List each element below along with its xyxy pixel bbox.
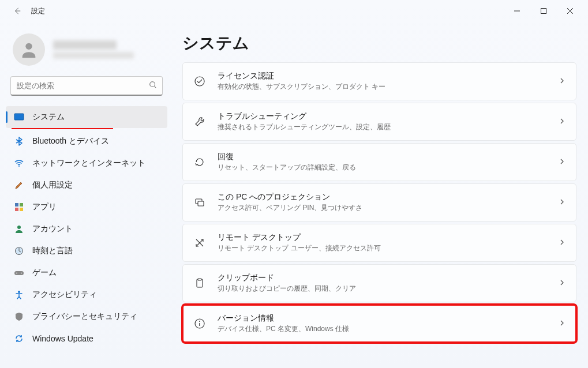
- nav-label: システム: [32, 112, 65, 122]
- brush-icon: [14, 180, 24, 190]
- wifi-icon: [14, 158, 24, 168]
- svg-rect-0: [541, 9, 546, 14]
- nav-item-gaming[interactable]: ゲーム: [6, 262, 167, 284]
- card-body: 回復 リセット、スタートアップの詳細設定、戻る: [218, 152, 547, 172]
- svg-rect-6: [15, 203, 18, 206]
- search-box: [10, 76, 163, 96]
- person-icon: [14, 224, 24, 234]
- nav-item-system[interactable]: システム: [6, 106, 167, 128]
- remote-icon: [193, 237, 206, 249]
- svg-point-13: [16, 273, 17, 274]
- nav-item-privacy[interactable]: プライバシーとセキュリティ: [6, 306, 167, 328]
- card-body: トラブルシューティング 推奨されるトラブルシューティングツール、設定、履歴: [218, 111, 547, 132]
- card-title: リモート デスクトップ: [218, 232, 547, 243]
- nav-item-time-language[interactable]: 時刻と言語: [6, 240, 167, 262]
- svg-point-2: [150, 82, 155, 87]
- titlebar-left: 設定: [5, 5, 45, 17]
- card-projecting[interactable]: この PC へのプロジェクション アクセス許可、ペアリング PIN、見つけやすさ: [182, 183, 576, 221]
- nav-item-accessibility[interactable]: アクセシビリティ: [6, 284, 167, 306]
- settings-window: 設定: [0, 0, 588, 368]
- nav-item-bluetooth[interactable]: Bluetooth とデバイス: [6, 130, 167, 152]
- card-recovery[interactable]: 回復 リセット、スタートアップの詳細設定、戻る: [182, 143, 576, 181]
- card-body: リモート デスクトップ リモート デスクトップ ユーザー、接続アクセス許可: [218, 232, 547, 253]
- back-button[interactable]: [12, 5, 23, 17]
- user-email: [53, 52, 134, 59]
- svg-point-1: [25, 43, 32, 50]
- nav-item-network[interactable]: ネットワークとインターネット: [6, 152, 167, 174]
- maximize-button[interactable]: [530, 2, 557, 20]
- card-subtitle: 有効化の状態、サブスクリプション、プロダクト キー: [218, 82, 547, 92]
- search-icon: [149, 81, 157, 91]
- nav-label: アクセシビリティ: [32, 290, 97, 300]
- window-controls: [504, 2, 583, 20]
- avatar: [13, 33, 45, 66]
- apps-icon: [14, 202, 24, 212]
- main: システム ライセンス認証 有効化の状態、サブスクリプション、プロダクト キー ト…: [173, 22, 588, 368]
- nav-item-apps[interactable]: アプリ: [6, 196, 167, 218]
- card-title: トラブルシューティング: [218, 111, 547, 122]
- check-circle-icon: [193, 76, 206, 87]
- chevron-right-icon: [559, 76, 565, 87]
- minimize-button[interactable]: [504, 2, 530, 20]
- projection-icon: [193, 197, 206, 208]
- chevron-right-icon: [559, 117, 565, 127]
- svg-point-15: [18, 291, 20, 293]
- nav-item-personalization[interactable]: 個人用設定: [6, 174, 167, 196]
- nav-item-accounts[interactable]: アカウント: [6, 218, 167, 240]
- card-activation[interactable]: ライセンス認証 有効化の状態、サブスクリプション、プロダクト キー: [182, 62, 576, 100]
- sidebar: システム Bluetooth とデバイス ネットワークとインターネット 個人用設…: [0, 22, 173, 368]
- accessibility-icon: [14, 290, 24, 300]
- user-name: [53, 40, 117, 50]
- nav-item-windows-update[interactable]: Windows Update: [6, 328, 167, 350]
- gamepad-icon: [14, 268, 24, 278]
- nav-label: アプリ: [32, 202, 57, 212]
- card-remote-desktop[interactable]: リモート デスクトップ リモート デスクトップ ユーザー、接続アクセス許可: [182, 224, 576, 262]
- nav: システム Bluetooth とデバイス ネットワークとインターネット 個人用設…: [0, 106, 173, 350]
- page-title: システム: [182, 32, 576, 54]
- card-title: バージョン情報: [218, 313, 547, 324]
- search-wrap: [0, 76, 173, 106]
- card-subtitle: 推奨されるトラブルシューティングツール、設定、履歴: [218, 122, 547, 132]
- card-body: ライセンス認証 有効化の状態、サブスクリプション、プロダクト キー: [218, 71, 547, 92]
- nav-label: プライバシーとセキュリティ: [32, 311, 137, 322]
- svg-rect-8: [15, 208, 18, 211]
- svg-point-22: [199, 321, 200, 322]
- card-title: この PC へのプロジェクション: [218, 192, 547, 202]
- window-title: 設定: [31, 6, 45, 16]
- card-title: ライセンス認証: [218, 71, 547, 81]
- svg-point-10: [17, 226, 21, 229]
- nav-label: Windows Update: [32, 334, 93, 343]
- svg-rect-3: [14, 114, 24, 120]
- user-block[interactable]: [0, 29, 173, 76]
- nav-label: 時刻と言語: [32, 246, 73, 256]
- svg-rect-7: [20, 203, 23, 206]
- system-icon: [14, 112, 24, 122]
- card-title: クリップボード: [218, 273, 547, 283]
- nav-label: ネットワークとインターネット: [32, 158, 145, 168]
- clock-globe-icon: [14, 246, 24, 256]
- chevron-right-icon: [559, 197, 565, 208]
- card-subtitle: デバイス仕様、PC 名変更、Windows 仕様: [218, 324, 547, 334]
- info-icon: [193, 318, 206, 329]
- svg-point-5: [18, 166, 20, 167]
- svg-rect-12: [14, 271, 24, 275]
- wrench-icon: [193, 116, 206, 127]
- nav-label: ゲーム: [32, 268, 57, 278]
- search-input[interactable]: [10, 76, 163, 96]
- nav-label: アカウント: [32, 224, 73, 234]
- svg-rect-9: [20, 208, 23, 211]
- chevron-right-icon: [559, 278, 565, 288]
- svg-rect-20: [198, 279, 201, 280]
- card-about[interactable]: バージョン情報 デバイス仕様、PC 名変更、Windows 仕様: [182, 305, 576, 343]
- card-subtitle: リモート デスクトップ ユーザー、接続アクセス許可: [218, 243, 547, 253]
- card-subtitle: 切り取りおよびコピーの履歴、同期、クリア: [218, 284, 547, 294]
- card-troubleshoot[interactable]: トラブルシューティング 推奨されるトラブルシューティングツール、設定、履歴: [182, 103, 576, 141]
- card-body: この PC へのプロジェクション アクセス許可、ペアリング PIN、見つけやすさ: [218, 192, 547, 213]
- recovery-icon: [193, 156, 206, 168]
- user-info: [53, 40, 134, 59]
- svg-point-14: [21, 273, 22, 274]
- card-clipboard[interactable]: クリップボード 切り取りおよびコピーの履歴、同期、クリア: [182, 264, 576, 302]
- close-button[interactable]: [557, 2, 583, 20]
- cards-list: ライセンス認証 有効化の状態、サブスクリプション、プロダクト キー トラブルシュ…: [182, 62, 576, 343]
- nav-label: 個人用設定: [32, 180, 73, 190]
